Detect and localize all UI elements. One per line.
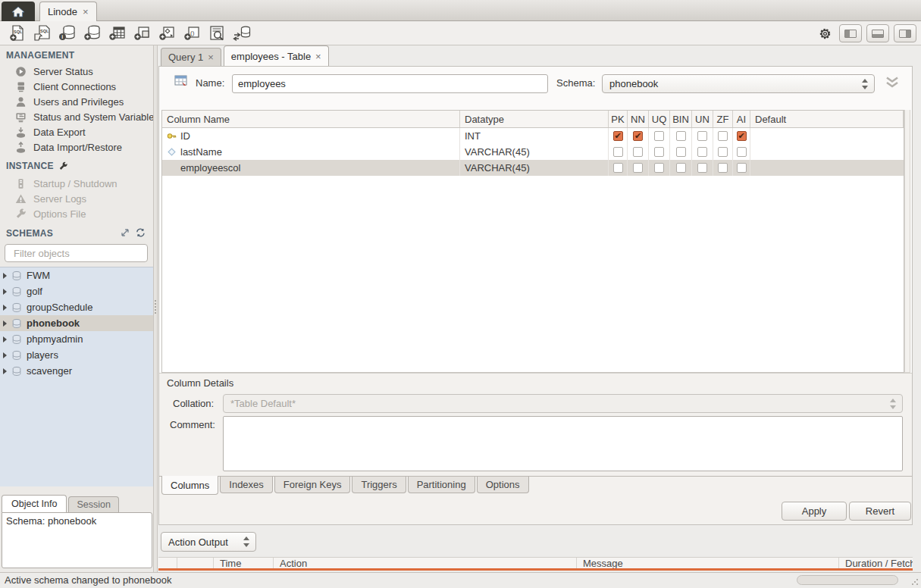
output-header-index[interactable] — [177, 558, 214, 568]
grid-vertical-scrollbar[interactable] — [904, 110, 910, 373]
tab-employees-table[interactable]: employees - Table × — [224, 45, 329, 66]
output-header-time[interactable]: Time — [214, 558, 274, 568]
tab-indexes[interactable]: Indexes — [220, 477, 273, 493]
connection-tab-linode[interactable]: Linode × — [39, 2, 97, 21]
schema-filter-input[interactable] — [14, 248, 147, 259]
sidebar-item-system-variables[interactable]: Status and System Variables — [0, 109, 153, 124]
toggle-sidebar-button[interactable] — [839, 24, 862, 42]
default-cell[interactable] — [750, 160, 904, 176]
tab-options[interactable]: Options — [477, 477, 529, 493]
expander-icon[interactable] — [3, 273, 7, 279]
search-table-data-button[interactable] — [205, 23, 230, 44]
sidebar-item-data-export[interactable]: Data Export — [0, 124, 153, 139]
expander-icon[interactable] — [3, 336, 7, 342]
toggle-bottom-panel-button[interactable] — [866, 24, 889, 42]
schema-item-phpmyadmin[interactable]: phpmyadmin — [0, 331, 153, 347]
pk-checkbox[interactable] — [613, 131, 623, 141]
expander-icon[interactable] — [3, 289, 7, 295]
tab-object-info[interactable]: Object Info — [2, 495, 67, 512]
pk-checkbox[interactable] — [613, 147, 623, 157]
un-checkbox[interactable] — [697, 163, 707, 173]
schema-item-fwm[interactable]: FWM — [0, 267, 153, 283]
tab-foreign-keys[interactable]: Foreign Keys — [274, 477, 351, 493]
expander-icon[interactable] — [3, 352, 7, 358]
collation-select[interactable]: *Table Default* — [223, 394, 903, 413]
schema-item-phonebook[interactable]: phonebook — [0, 315, 153, 331]
bin-checkbox[interactable] — [676, 163, 686, 173]
create-table-button[interactable] — [105, 23, 130, 44]
header-uq[interactable]: UQ — [649, 111, 670, 127]
close-icon[interactable]: × — [315, 51, 321, 62]
sidebar-item-options-file[interactable]: Options File — [0, 206, 153, 221]
revert-button[interactable]: Revert — [849, 502, 911, 521]
zf-checkbox[interactable] — [718, 163, 728, 173]
expander-icon[interactable] — [3, 305, 7, 311]
default-cell[interactable] — [750, 128, 904, 144]
create-procedure-button[interactable] — [155, 23, 180, 44]
sidebar-item-server-logs[interactable]: Server Logs — [0, 191, 153, 206]
header-datatype[interactable]: Datatype — [460, 111, 609, 127]
output-header-duration[interactable]: Duration / Fetch — [839, 558, 913, 568]
header-un[interactable]: UN — [692, 111, 713, 127]
sidebar-item-startup-shutdown[interactable]: Startup / Shutdown — [0, 176, 153, 191]
ai-checkbox[interactable] — [737, 163, 747, 173]
header-nn[interactable]: NN — [628, 111, 649, 127]
refresh-schemas-icon[interactable] — [136, 228, 146, 237]
header-bin[interactable]: BIN — [670, 111, 692, 127]
ai-checkbox[interactable] — [737, 131, 747, 141]
header-pk[interactable]: PK — [609, 111, 628, 127]
horizontal-scrollbar-thumb[interactable] — [797, 575, 898, 585]
bin-checkbox[interactable] — [676, 147, 686, 157]
comment-textarea[interactable] — [223, 416, 903, 471]
close-icon[interactable]: × — [83, 6, 89, 17]
pk-checkbox[interactable] — [613, 163, 623, 173]
create-view-button[interactable] — [130, 23, 155, 44]
open-sql-script-button[interactable]: SQL — [30, 23, 55, 44]
home-tab[interactable] — [2, 2, 35, 21]
output-selector[interactable]: Action Output — [161, 532, 256, 552]
header-ai[interactable]: AI — [733, 111, 750, 127]
table-row-selected[interactable]: employeescol VARCHAR(45) — [162, 160, 904, 176]
uq-checkbox[interactable] — [654, 147, 664, 157]
ai-checkbox[interactable] — [737, 147, 747, 157]
tab-triggers[interactable]: Triggers — [352, 477, 406, 493]
schema-item-scavenger[interactable]: scavenger — [0, 363, 153, 379]
header-column-name[interactable]: Column Name — [162, 111, 460, 127]
output-header-status[interactable] — [158, 558, 177, 568]
output-header-message[interactable]: Message — [577, 558, 839, 568]
header-default[interactable]: Default — [750, 111, 904, 127]
tab-session[interactable]: Session — [68, 496, 118, 512]
new-sql-tab-button[interactable]: SQL — [5, 23, 30, 44]
toggle-right-panel-button[interactable] — [894, 24, 916, 42]
expander-icon[interactable] — [3, 321, 7, 327]
table-row[interactable]: ID INT — [162, 128, 904, 144]
create-schema-button[interactable] — [80, 23, 105, 44]
nn-checkbox[interactable] — [633, 163, 643, 173]
collapse-header-chevrons-icon[interactable] — [883, 76, 901, 92]
expand-schemas-icon[interactable] — [121, 228, 130, 237]
table-name-input[interactable] — [232, 74, 548, 93]
sidebar-item-data-import[interactable]: Data Import/Restore — [0, 139, 153, 155]
resize-grip[interactable] — [911, 578, 919, 586]
tab-query1[interactable]: Query 1 × — [161, 48, 221, 66]
sidebar-item-users-privileges[interactable]: Users and Privileges — [0, 94, 153, 109]
uq-checkbox[interactable] — [654, 131, 664, 141]
sidebar-item-server-status[interactable]: Server Status — [0, 64, 153, 79]
default-cell[interactable] — [750, 144, 904, 160]
preferences-button[interactable] — [815, 23, 835, 44]
expander-icon[interactable] — [3, 368, 7, 374]
schema-item-golf[interactable]: golf — [0, 283, 153, 299]
tab-partitioning[interactable]: Partitioning — [408, 477, 475, 493]
inspect-database-button[interactable]: i — [55, 23, 80, 44]
un-checkbox[interactable] — [697, 147, 707, 157]
un-checkbox[interactable] — [697, 131, 707, 141]
schema-item-groupschedule[interactable]: groupSchedule — [0, 299, 153, 315]
zf-checkbox[interactable] — [718, 131, 728, 141]
table-row[interactable]: lastName VARCHAR(45) — [162, 144, 904, 160]
output-header-action[interactable]: Action — [274, 558, 577, 568]
schema-item-players[interactable]: players — [0, 347, 153, 363]
uq-checkbox[interactable] — [654, 163, 664, 173]
nn-checkbox[interactable] — [633, 131, 643, 141]
nn-checkbox[interactable] — [633, 147, 643, 157]
reconnect-database-button[interactable] — [230, 23, 255, 44]
